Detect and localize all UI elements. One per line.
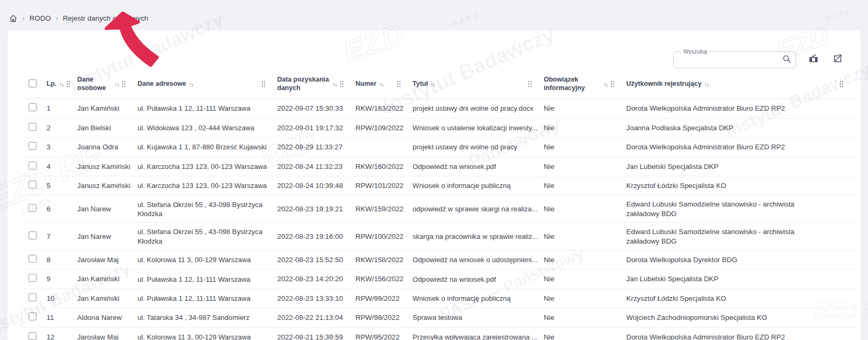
cell-number: RKW/159/2022	[355, 195, 413, 223]
table-row[interactable]: 9 Jan Kamiński ul. Puławska 1 12, 11-111…	[22, 270, 855, 289]
home-icon[interactable]	[9, 14, 17, 23]
cell-user: Krzysztof Łódzki Specjalista KO	[626, 176, 855, 195]
cell-lp: 10	[47, 289, 77, 308]
cell-obligation: Nie	[544, 270, 626, 289]
cell-date: 2022-08-23 15:52:50	[277, 250, 355, 270]
cell-lp: 8	[47, 250, 77, 270]
row-checkbox[interactable]	[29, 274, 36, 282]
table-row[interactable]: 11 Aldona Narew ul. Tatarska 34 , 34-987…	[22, 308, 855, 327]
row-checkbox[interactable]	[29, 312, 36, 320]
drag-handle-icon[interactable]	[261, 80, 266, 87]
cell-name: Jan Narew	[77, 223, 138, 250]
register-box-icon[interactable]	[807, 51, 820, 65]
cell-name: Jarosław Maj	[77, 327, 138, 340]
drag-handle-icon[interactable]	[66, 80, 70, 87]
column-header-obowiazek[interactable]: Obowiązek informacyjny	[544, 76, 601, 92]
table-row[interactable]: 2 Jan Bielski ul. Widokowa 123 , 02-444 …	[22, 118, 855, 137]
export-icon[interactable]	[831, 51, 845, 65]
cell-obligation: Nie	[544, 157, 626, 176]
column-header-numer[interactable]: Numer	[355, 80, 377, 88]
column-header-dane-osobowe[interactable]: Dane osobowe	[77, 76, 112, 92]
drag-handle-icon[interactable]	[528, 80, 532, 87]
select-all-checkbox[interactable]	[29, 79, 36, 87]
drag-handle-icon[interactable]	[122, 80, 126, 87]
breadcrumb-item-rodo[interactable]: RODO	[30, 14, 51, 22]
sort-icon[interactable]: ↑↓	[333, 81, 337, 87]
column-header-uzytkownik[interactable]: Użytkownik rejestrujący	[626, 80, 701, 88]
cell-lp: 12	[47, 327, 77, 340]
cell-date: 2022-08-23 19:19:21	[277, 195, 355, 223]
cell-title: Odpowiedź na wniosek o udostępnieni...	[413, 250, 544, 270]
row-checkbox[interactable]	[29, 162, 36, 169]
sort-icon[interactable]: ↑↓	[431, 81, 435, 87]
row-checkbox[interactable]	[29, 231, 36, 239]
drag-handle-icon[interactable]	[610, 80, 615, 87]
cell-title: Wniosek o ustalenie lokalizacji inwesty.…	[413, 118, 544, 137]
row-checkbox[interactable]	[29, 123, 36, 131]
cell-date: 2022-08-24 11:32:23	[277, 157, 355, 176]
column-header-lp[interactable]: Lp.	[47, 80, 57, 88]
cell-name: Joanna Odra	[77, 138, 138, 157]
sort-icon[interactable]: ↑↓	[115, 81, 120, 87]
cell-obligation: Nie	[544, 118, 626, 137]
drag-handle-icon[interactable]	[839, 80, 844, 87]
cell-title: Odpowiedź na wniosek.pdf	[413, 270, 544, 289]
cell-lp: 6	[47, 195, 77, 223]
cell-lp: 4	[47, 157, 77, 176]
cell-name: Janusz Kamiński	[77, 176, 138, 195]
table-row[interactable]: 4 Janusz Kamiński ul. Karczocha 123 123,…	[22, 157, 855, 176]
row-checkbox[interactable]	[29, 181, 36, 189]
column-header-data-pozyskania[interactable]: Data pozyskania danych	[277, 76, 330, 92]
table-row[interactable]: 10 Jan Kamiński ul. Puławska 1 12, 11-11…	[22, 289, 855, 308]
row-checkbox[interactable]	[29, 255, 36, 263]
drag-handle-icon[interactable]	[397, 80, 401, 87]
cell-user: Dorota Wielkopolska Administrator Biuro …	[626, 327, 855, 340]
breadcrumb-item-current[interactable]: Rejestr danych osobowych	[63, 14, 148, 22]
cell-user: Edward Lubuski Samodzielne stanowisko - …	[626, 223, 855, 250]
table-row[interactable]: 1 Jan Kamiński ul. Puławska 1 12, 11-111…	[22, 99, 855, 118]
row-checkbox[interactable]	[29, 204, 36, 212]
table-row[interactable]: 3 Joanna Odra ul. Kujawska 1 1, 87-880 B…	[22, 138, 855, 157]
cell-address: ul. Kujawska 1 1, 87-880 Brześć Kujawski	[138, 138, 277, 157]
toolbar: Wyszukaj	[7, 30, 861, 68]
cell-lp: 3	[47, 138, 77, 157]
cell-address: ul. Puławska 1 12, 11-111 Warszawa	[138, 270, 277, 289]
sort-icon[interactable]: ↑↓	[59, 81, 64, 87]
search-input[interactable]	[678, 54, 782, 65]
cell-user: Wojciech Zachodniopomorski Specjalista K…	[626, 308, 855, 327]
cell-address: ul. Tatarska 34 , 34-987 Sandomierz	[138, 308, 277, 327]
column-header-tytul[interactable]: Tytuł	[413, 80, 428, 88]
cell-obligation: Nie	[544, 289, 626, 308]
cell-date: 2022-09-01 19:17:32	[277, 118, 355, 137]
table-row[interactable]: 5 Janusz Kamiński ul. Karczocha 123 123,…	[22, 176, 855, 195]
cell-title: Przesyłka wpływająca zarejestrowana ...	[413, 327, 544, 340]
row-checkbox[interactable]	[29, 293, 36, 301]
cell-number	[355, 138, 413, 157]
table-row[interactable]: 8 Jarosław Maj ul. Kolorowa 11 3, 00-129…	[22, 250, 855, 270]
row-checkbox[interactable]	[29, 103, 36, 111]
column-header-dane-adresowe[interactable]: Dane adresowe	[138, 80, 186, 88]
cell-date: 2022-08-23 14:20:20	[277, 270, 355, 289]
cell-lp: 11	[47, 308, 77, 327]
table-row[interactable]: 7 Jan Narew ul. Stefana Okrzei 55 , 43-0…	[22, 223, 855, 250]
cell-address: ul. Puławska 1 12, 11-111 Warszawa	[138, 99, 277, 118]
table-row[interactable]: 12 Jarosław Maj ul. Kolorowa 11 3, 00-12…	[22, 327, 855, 340]
cell-name: Jan Kamiński	[77, 270, 138, 289]
search-icon[interactable]	[782, 55, 791, 64]
cell-obligation: Nie	[544, 250, 626, 270]
cell-name: Aldona Narew	[77, 308, 138, 327]
cell-title: projekt ustawy dni wolne od pracy	[413, 138, 544, 157]
sort-icon[interactable]: ↑↓	[189, 81, 194, 87]
sort-icon[interactable]: ↑↓	[379, 81, 384, 87]
cell-address: ul. Widokowa 123 , 02-444 Warszawa	[138, 118, 277, 137]
cell-obligation: Nie	[544, 99, 626, 118]
drag-handle-icon[interactable]	[340, 80, 344, 87]
sort-icon[interactable]: ↑↓	[604, 81, 608, 87]
row-checkbox[interactable]	[29, 332, 36, 340]
cell-lp: 7	[47, 223, 77, 250]
cell-obligation: Nie	[544, 138, 626, 157]
sort-icon[interactable]: ↑↓	[704, 81, 709, 87]
table-row[interactable]: 6 Jan Narew ul. Stefana Okrzei 55 , 43-0…	[22, 195, 855, 223]
cell-date: 2022-08-24 10:39:48	[277, 176, 355, 195]
row-checkbox[interactable]	[29, 142, 36, 150]
